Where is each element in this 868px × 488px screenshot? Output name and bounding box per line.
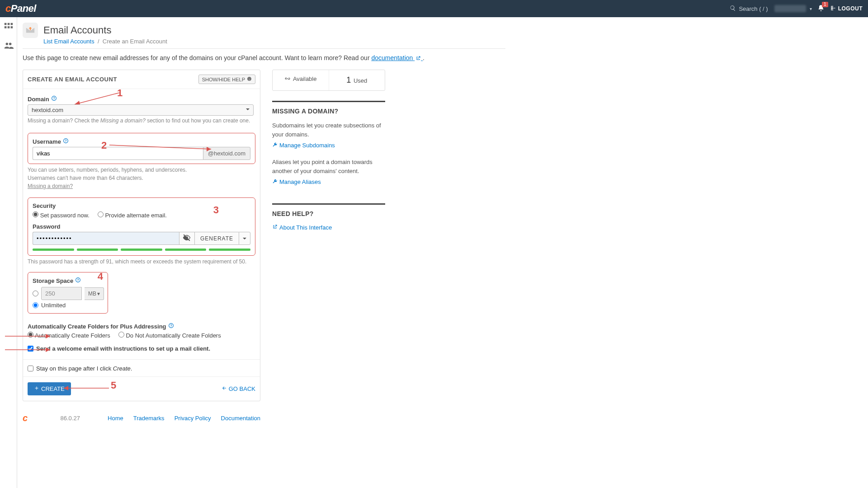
help-icon[interactable]: ? [51,95,57,103]
svg-text:?: ? [53,97,55,100]
password-label: Password [33,223,60,230]
svg-rect-0 [4,23,6,25]
eye-off-icon [183,234,191,243]
username-hint-1: You can use letters, numbers, periods, h… [28,167,255,173]
checkbox-stay-on-page[interactable]: Stay on this page after I click Create. [28,365,255,372]
domain-hint: Missing a domain? Check the Missing a do… [28,117,254,124]
svg-text:?: ? [65,139,66,142]
footer-documentation-link[interactable]: Documentation [221,415,260,422]
about-interface-link[interactable]: About This Interface [272,224,332,231]
svg-text:?: ? [77,278,79,282]
annotation-5: 5 [111,380,116,391]
svg-rect-3 [4,26,6,28]
missing-domain-title: MISSING A DOMAIN? [272,108,385,115]
notification-badge: 1 [822,2,828,7]
footer-version: 86.0.27 [60,415,80,422]
generate-password-button[interactable]: GENERATE [194,232,239,245]
documentation-link[interactable]: documentation [371,54,423,61]
radio-set-password-now[interactable]: Set password now. [33,211,90,219]
username-hint-2: Usernames can't have more than 64 charac… [28,175,255,181]
folders-label: Automatically Create Folders for Plus Ad… [28,323,166,330]
aliases-text: Aliases let you point a domain towards a… [272,158,385,175]
help-icon[interactable]: ? [63,138,69,145]
password-strength-meter [33,249,250,251]
rail-apps-button[interactable] [2,21,15,33]
manage-aliases-link[interactable]: Manage Aliases [272,178,321,185]
generate-password-options-button[interactable] [239,232,250,245]
email-stats: Available 1 Used [272,70,385,91]
toggle-password-visibility-button[interactable] [179,232,194,245]
breadcrumb-list-link[interactable]: List Email Accounts [43,38,94,45]
wrench-icon [272,142,278,149]
help-icon[interactable]: ? [75,277,81,284]
infinity-icon [284,75,292,82]
footer-brand-logo: cPanel [23,413,50,423]
svg-rect-4 [7,26,9,28]
logout-button[interactable]: LOGOUT [830,5,863,13]
breadcrumb-current: Create an Email Account [103,38,167,45]
svg-rect-5 [10,26,13,28]
subdomains-text: Subdomains let you create subsections of… [272,121,385,139]
annotation-3: 3 [213,204,219,216]
username-input[interactable] [33,147,203,160]
external-link-icon [272,224,278,231]
go-back-link[interactable]: GO BACK [222,385,255,392]
breadcrumb: List Email Accounts / Create an Email Ac… [43,38,505,45]
external-link-icon [415,54,423,61]
username-label: Username [33,138,61,145]
storage-quota-input[interactable] [41,287,82,300]
password-input[interactable] [33,232,179,245]
create-button[interactable]: CREATE [28,382,71,395]
wrench-icon [272,178,278,185]
logout-icon [830,5,836,13]
svg-text:?: ? [170,324,172,327]
global-search[interactable]: Search ( / ) [730,5,768,13]
arrow-left-icon [222,385,227,392]
create-email-panel: CREATE AN EMAIL ACCOUNT SHOW/HIDE HELP 1 [23,70,260,401]
page-icon [23,23,38,38]
svg-rect-1 [7,23,9,25]
grid-icon [4,22,14,33]
radio-no-auto-create-folders[interactable]: Do Not Automatically Create Folders [118,332,221,339]
search-icon [730,5,736,13]
annotation-1: 1 [117,87,123,99]
page-title: Email Accounts [43,24,111,36]
radio-auto-create-folders[interactable]: Automatically Create Folders [28,332,110,339]
radio-storage-quota[interactable] [33,291,38,296]
chevron-down-icon: ▾ [97,291,100,297]
checkbox-send-welcome-email[interactable]: Send a welcome email with instructions t… [28,345,255,352]
account-switcher[interactable]: ▾ [768,5,812,12]
plus-icon [34,385,39,392]
radio-storage-unlimited[interactable]: Unlimited [33,302,103,309]
show-hide-help-button[interactable]: SHOW/HIDE HELP [198,75,255,84]
panel-title: CREATE AN EMAIL ACCOUNT [28,76,117,83]
domain-select[interactable]: hextoid.com [28,104,254,116]
notifications-button[interactable]: 1 [817,5,825,13]
missing-domain-link[interactable]: Missing a domain? [28,183,255,189]
svg-rect-2 [10,23,13,25]
users-icon [4,41,14,52]
password-strength-text: This password has a strength of 91, whic… [28,258,255,265]
domain-value: hextoid.com [32,107,63,113]
domain-label: Domain [28,96,49,103]
manage-subdomains-link[interactable]: Manage Subdomains [272,142,335,149]
storage-unit-select[interactable]: MB ▾ [85,287,104,300]
footer-home-link[interactable]: Home [108,415,123,422]
annotation-2: 2 [101,140,107,151]
need-help-title: NEED HELP? [272,210,385,217]
username-domain-suffix: @hextoid.com [203,147,250,160]
brand-logo: cPanel [5,3,36,14]
footer-trademarks-link[interactable]: Trademarks [133,415,165,422]
help-icon [247,76,252,82]
help-icon[interactable]: ? [168,323,174,330]
security-label: Security [33,202,56,209]
footer-privacy-link[interactable]: Privacy Policy [175,415,211,422]
page-intro: Use this page to create new email addres… [23,54,505,61]
radio-provide-alternate-email[interactable]: Provide alternate email. [98,211,167,219]
annotation-4: 4 [98,271,103,282]
storage-label: Storage Space [33,277,73,284]
rail-users-button[interactable] [2,40,15,52]
search-placeholder-text: Search ( / ) [739,5,768,12]
stats-used-count: 1 [346,75,351,84]
stats-used-label: Used [354,77,367,84]
